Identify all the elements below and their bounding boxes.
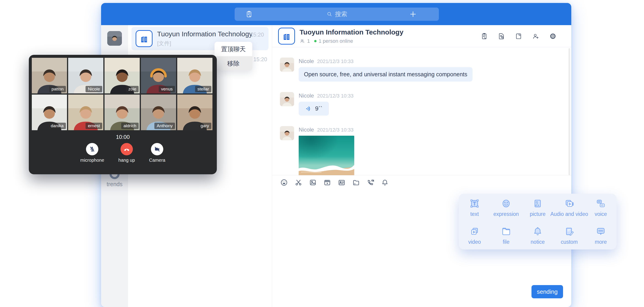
members-icon [300, 38, 305, 44]
p-text-icon [469, 198, 480, 209]
bell-icon[interactable] [381, 178, 389, 187]
person-add-icon[interactable] [532, 32, 540, 40]
desktop-background: 搜索 trends Tuoyun Informati [0, 0, 644, 307]
call-timer: 10:00 [29, 134, 217, 140]
clapper-icon[interactable] [323, 178, 332, 187]
chat-main: Tuoyun Information Technology 1 1 person… [272, 25, 571, 307]
control-label: hang up [118, 158, 135, 163]
panel-item-label: Audio and video [550, 211, 588, 217]
menu-item-remove[interactable]: 移除 [214, 56, 252, 71]
participant-tile: danika [32, 95, 67, 130]
chat-scrollbar[interactable] [568, 48, 570, 175]
panel-item-text[interactable]: text [459, 194, 490, 222]
picture-icon[interactable] [309, 178, 317, 187]
message-sender: Nicole [299, 92, 314, 99]
add-button[interactable] [409, 10, 417, 18]
menu-item-pin-chat[interactable]: 置顶聊天 [214, 42, 252, 56]
panel-item-audio-and-video[interactable]: Audio and video [554, 194, 585, 222]
hang-up-button[interactable]: hang up [118, 143, 135, 163]
panel-item-picture[interactable]: picture [522, 194, 554, 222]
participant-grid: pattonNicolezoievenusstellardanikaernest… [29, 55, 217, 130]
conversation-context-menu: 置顶聊天 移除 [214, 42, 252, 71]
trends-label: trends [106, 181, 122, 187]
message-voice: Nicole 2021/12/3 10:33 9`` [280, 92, 571, 116]
participant-tile: gary [177, 95, 212, 130]
participant-name: aldrich [121, 123, 138, 129]
sender-avatar[interactable] [280, 126, 294, 140]
message-image: Nicole 2021/12/3 10:33 [280, 126, 571, 175]
message-timestamp: 2021/12/3 10:33 [317, 93, 354, 99]
p-smiley-icon [500, 198, 512, 209]
voice-message-bubble[interactable]: 9`` [299, 102, 329, 116]
voice-wave-icon [305, 105, 312, 112]
p-av-icon [564, 198, 575, 209]
participant-name: gary [198, 123, 211, 129]
group-call-overlay: pattonNicolezoievenusstellardanikaernest… [29, 55, 217, 174]
message-toolbar [272, 175, 571, 189]
search-placeholder: 搜索 [335, 10, 348, 18]
panel-item-label: notice [530, 239, 544, 245]
control-label: microphone [80, 158, 104, 163]
building-icon [281, 31, 292, 41]
message-sender: Nicole [299, 58, 314, 64]
gear-icon[interactable] [549, 32, 557, 40]
conversation-title: Tuoyun Information Technology [157, 30, 264, 38]
panel-item-custom[interactable]: custom [554, 222, 585, 250]
chat-header-texts: Tuoyun Information Technology 1 1 person… [300, 28, 404, 44]
message-timestamp: 2021/12/3 10:33 [317, 127, 354, 133]
message-sender: Nicole [299, 127, 314, 133]
panel-item-voice[interactable]: voice [585, 194, 616, 222]
image-message-beach-photo[interactable] [299, 136, 354, 175]
panel-item-label: file [503, 239, 509, 245]
scissors-icon[interactable] [294, 178, 302, 187]
panel-item-file[interactable]: file [490, 222, 522, 250]
call-records-icon[interactable] [480, 32, 488, 40]
participant-tile: zoie [104, 58, 140, 93]
panel-item-more[interactable]: more [585, 222, 616, 250]
text-message-bubble: Open source, free, and universal instant… [299, 67, 472, 81]
sender-avatar[interactable] [280, 92, 294, 106]
doc-search-icon[interactable] [498, 32, 505, 40]
search-icon [326, 11, 333, 17]
voice-duration: 9`` [315, 105, 322, 112]
chat-title: Tuoyun Information Technology [300, 28, 404, 36]
control-label: Camera [149, 158, 165, 163]
participant-name: stellar [195, 86, 211, 92]
send-button[interactable]: sending [532, 285, 563, 298]
conversation-item-2-time: 15:20 [254, 56, 267, 63]
current-user-avatar[interactable] [107, 31, 122, 46]
p-video-icon [469, 226, 480, 237]
p-photo-icon [532, 198, 543, 209]
p-bell-icon [532, 226, 543, 237]
microphone-button[interactable]: microphone [80, 143, 104, 163]
file-page-icon[interactable] [515, 32, 522, 40]
chat-status: 1 1 person online [300, 38, 404, 44]
panel-item-video[interactable]: video [459, 222, 490, 250]
folder-icon[interactable] [352, 178, 360, 187]
panel-item-label: picture [530, 211, 546, 217]
organization-avatar [136, 30, 152, 47]
emoji-icon[interactable] [280, 178, 288, 187]
phone-cam-icon[interactable] [366, 178, 374, 187]
participant-tile: ernest [68, 95, 103, 130]
panel-item-label: expression [493, 211, 519, 217]
app-topbar: 搜索 [101, 3, 571, 25]
camera-button[interactable]: Camera [149, 143, 165, 163]
p-more-icon [595, 226, 606, 237]
search-input[interactable]: 搜索 [326, 7, 348, 21]
panel-item-notice[interactable]: notice [522, 222, 554, 250]
p-custom-icon [564, 226, 575, 237]
participant-name: venus [159, 86, 175, 92]
building-icon [139, 33, 149, 44]
participant-name: patton [49, 86, 66, 92]
cam-off-icon [151, 143, 163, 155]
panel-item-expression[interactable]: expression [490, 194, 522, 222]
panel-item-label: video [468, 239, 481, 245]
panel-item-label: voice [594, 211, 607, 217]
participant-tile: aldrich [104, 95, 140, 130]
sender-avatar[interactable] [280, 57, 294, 72]
call-controls: microphonehang upCamera [29, 143, 217, 163]
id-card-icon[interactable] [338, 178, 346, 187]
chat-header-actions [480, 25, 557, 47]
call-list-icon[interactable] [245, 10, 253, 18]
